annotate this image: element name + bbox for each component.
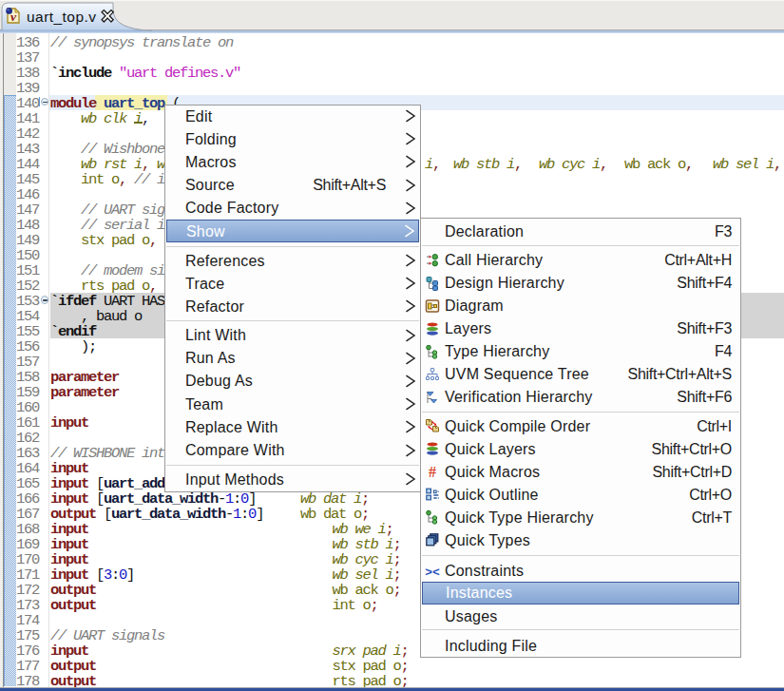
svg-text:><: >< (425, 565, 440, 579)
svg-text:#: # (429, 464, 436, 479)
